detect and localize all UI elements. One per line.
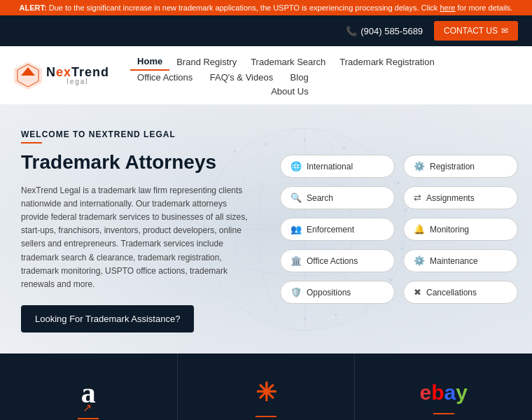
logo[interactable]: NexTrend legal	[14, 62, 109, 90]
hero-description: NexTrend Legal is a trademark law firm r…	[21, 184, 248, 292]
nav-right: Office Actions FAQ's & Videos Blog About…	[130, 71, 316, 97]
pill-registration[interactable]: ⚙️ Registration	[403, 155, 518, 178]
hero-heading: Trademark Attorneys	[21, 150, 248, 174]
nav-brand-registry[interactable]: Brand Registry	[169, 54, 244, 70]
brand-divider-amazon	[78, 418, 99, 419]
pill-enforcement[interactable]: 👥 Enforcement	[280, 218, 395, 241]
service-pills: 🌐 International ⚙️ Registration 🔍 Search…	[280, 155, 518, 304]
hero-right: 🌐 International ⚙️ Registration 🔍 Search…	[266, 105, 532, 354]
alert-link[interactable]: here	[440, 4, 455, 12]
alert-message-end: for more details.	[458, 4, 513, 12]
brand-walmart[interactable]: ✳ TRADEMARKS FOR WALMART BRAND PORTAL	[178, 354, 356, 420]
phone-icon: 📞	[346, 26, 357, 36]
nav-links: Home Brand Registry Trademark Search Tra…	[130, 53, 518, 97]
navbar: NexTrend legal Home Brand Registry Trade…	[0, 46, 532, 105]
alert-label: ALERT:	[20, 4, 47, 12]
contact-us-button[interactable]: CONTACT US ✉	[434, 21, 518, 41]
nav-trademark-registration[interactable]: Trademark Registration	[332, 54, 441, 70]
monitoring-icon: 🔔	[414, 224, 425, 234]
welcome-text: WELCOME TO NEXTREND LEGAL	[21, 130, 248, 139]
hero-left: WELCOME TO NEXTREND LEGAL Trademark Atto…	[0, 105, 266, 354]
nav-faqs[interactable]: FAQ's & Videos	[203, 71, 280, 84]
nav-home[interactable]: Home	[130, 53, 169, 71]
alert-bar: ALERT: Due to the significant increase i…	[0, 0, 532, 15]
search-icon: 🔍	[290, 192, 302, 203]
phone-number: 📞 (904) 585-5689	[346, 26, 423, 36]
pill-oppositions[interactable]: 🛡️ Oppositions	[280, 281, 395, 304]
nav-blog[interactable]: Blog	[284, 71, 316, 84]
brand-divider-ebay	[433, 413, 454, 414]
pill-monitoring[interactable]: 🔔 Monitoring	[403, 218, 518, 241]
brand-ebay[interactable]: ebay TRADEMARKS FOR EBAY VERO PROGRAM	[355, 354, 532, 420]
brand-divider-walmart	[255, 416, 276, 417]
office-actions-icon: 🏛️	[290, 255, 302, 266]
walmart-logo: ✳	[255, 378, 276, 407]
logo-icon	[14, 62, 42, 90]
assignments-icon: ⇄	[414, 192, 421, 203]
cancellations-icon: ✖	[414, 287, 421, 298]
international-icon: 🌐	[290, 161, 302, 172]
oppositions-icon: 🛡️	[290, 287, 302, 298]
pill-maintenance[interactable]: ⚙️ Maintenance	[403, 249, 518, 272]
brand-section: a ↗ TRADEMARKS FOR AMAZON BRAND REGISTRY…	[0, 354, 532, 420]
amazon-logo: a ↗	[81, 376, 96, 410]
logo-text: NexTrend legal	[46, 66, 109, 85]
enforcement-icon: 👥	[290, 224, 302, 234]
envelope-icon: ✉	[501, 26, 508, 36]
pill-assignments[interactable]: ⇄ Assignments	[403, 186, 518, 209]
nav-trademark-search[interactable]: Trademark Search	[244, 54, 332, 70]
nav-office-actions[interactable]: Office Actions	[130, 71, 200, 84]
ebay-logo: ebay	[419, 381, 467, 405]
contact-bar: 📞 (904) 585-5689 CONTACT US ✉	[0, 15, 532, 46]
pill-search[interactable]: 🔍 Search	[280, 186, 395, 209]
alert-message: Due to the significant increase in new t…	[49, 4, 440, 12]
divider-line	[21, 142, 42, 144]
nav-about-us[interactable]: About Us	[264, 85, 315, 98]
maintenance-icon: ⚙️	[414, 255, 425, 266]
brand-amazon[interactable]: a ↗ TRADEMARKS FOR AMAZON BRAND REGISTRY	[0, 354, 178, 420]
pill-international[interactable]: 🌐 International	[280, 155, 395, 178]
registration-icon: ⚙️	[414, 161, 425, 172]
pill-cancellations[interactable]: ✖ Cancellations	[403, 281, 518, 304]
pill-office-actions[interactable]: 🏛️ Office Actions	[280, 249, 395, 272]
hero-section: WELCOME TO NEXTREND LEGAL Trademark Atto…	[0, 105, 532, 354]
cta-button[interactable]: Looking For Trademark Assistance?	[21, 305, 194, 332]
